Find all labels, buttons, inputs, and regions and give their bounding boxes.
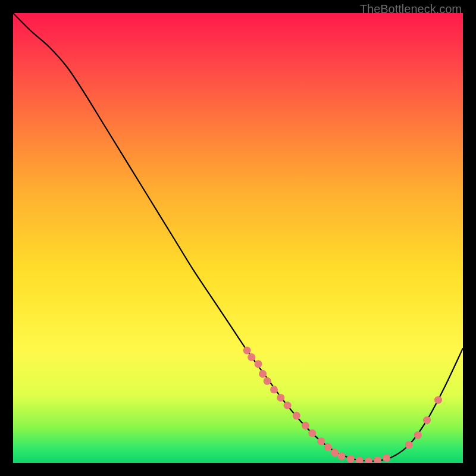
marker-dot <box>264 377 271 385</box>
marker-dot <box>383 454 390 462</box>
marker-dot <box>243 347 251 355</box>
bottleneck-curve <box>13 13 463 461</box>
marker-dot <box>317 437 325 445</box>
marker-dot <box>270 386 278 393</box>
marker-dot <box>434 396 442 404</box>
marker-dot <box>331 449 339 456</box>
marker-dot <box>293 412 300 419</box>
marker-dot <box>414 431 422 439</box>
highlight-dots <box>243 347 442 464</box>
marker-dot <box>423 416 431 424</box>
marker-dot <box>356 457 364 463</box>
marker-dot <box>302 422 309 430</box>
chart-svg <box>13 13 463 463</box>
marker-dot <box>248 353 255 361</box>
marker-dot <box>259 370 267 378</box>
marker-dot <box>324 443 332 451</box>
marker-dot <box>405 441 413 449</box>
marker-dot <box>365 457 372 463</box>
marker-dot <box>277 394 284 402</box>
marker-dot <box>284 402 292 409</box>
marker-dot <box>255 360 262 368</box>
marker-dot <box>308 430 316 437</box>
marker-dot <box>374 456 381 463</box>
marker-dot <box>347 455 355 463</box>
marker-dot <box>337 452 345 460</box>
watermark-text: TheBottleneck.com <box>360 2 462 16</box>
